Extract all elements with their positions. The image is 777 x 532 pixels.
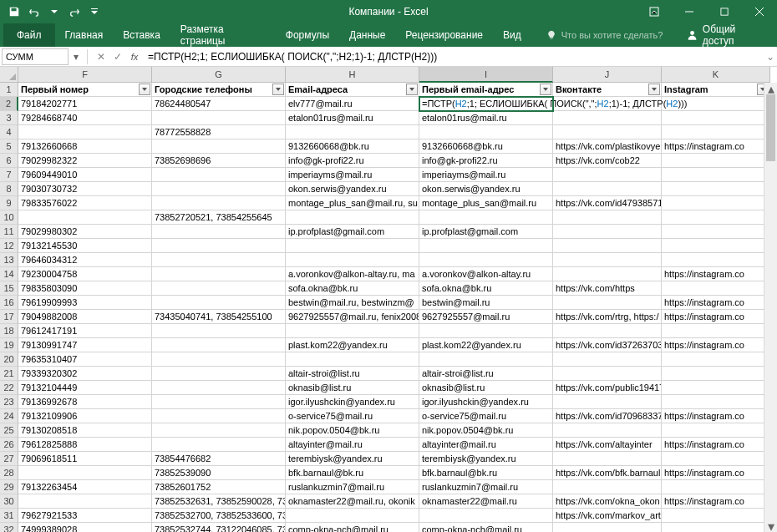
cell[interactable]	[152, 324, 286, 338]
column-header-I[interactable]: I	[419, 67, 553, 83]
cell[interactable]: comp-okna-nch@mail.ru	[419, 523, 553, 532]
cell[interactable]	[553, 210, 662, 225]
tab-view[interactable]: Вид	[493, 23, 531, 47]
cell[interactable]	[662, 395, 770, 409]
cell[interactable]: okon.serwis@yandex.ru	[419, 182, 553, 196]
cell[interactable]	[152, 239, 286, 253]
filter-dropdown-button[interactable]	[540, 84, 551, 95]
cell[interactable]: https://instagram.co	[662, 139, 770, 154]
cell[interactable]	[152, 253, 286, 267]
cell[interactable]: sofa.okna@bk.ru	[419, 281, 553, 296]
filter-dropdown-button[interactable]	[648, 84, 660, 95]
cell[interactable]	[553, 253, 662, 267]
cell[interactable]	[662, 125, 770, 139]
cell[interactable]	[152, 296, 286, 310]
cell[interactable]: 79184202771	[18, 97, 152, 111]
cell[interactable]: https://vk.com/https	[553, 281, 662, 296]
cell[interactable]: nik.popov.0504@bk.ru	[419, 423, 553, 438]
cell[interactable]: a.voronkov@alkon-altay.ru, ma	[286, 267, 419, 281]
tell-me-box[interactable]	[546, 30, 678, 40]
row-header[interactable]: 12	[0, 239, 18, 253]
confirm-formula-button[interactable]: ✓	[109, 51, 126, 63]
cell[interactable]	[553, 225, 662, 239]
cell[interactable]: 73852720521, 73854255645	[152, 210, 286, 225]
cancel-formula-button[interactable]: ✕	[93, 51, 109, 63]
cell[interactable]: okon.serwis@yandex.ru	[286, 182, 419, 196]
cell[interactable]: montage_plus_san@mail.ru, su	[286, 196, 419, 210]
cell[interactable]	[152, 267, 286, 281]
cell[interactable]: 79635310407	[18, 352, 152, 367]
row-header[interactable]: 1	[0, 83, 18, 97]
table-header-cell[interactable]: Первый email-адрес	[419, 83, 553, 97]
cell[interactable]: 79049882008	[18, 310, 152, 324]
cell[interactable]: 79132660668	[18, 139, 152, 154]
formula-input[interactable]: =ПСТР(H2;1; ЕСЛИОШИБКА( ПОИСК(",";H2;1)-…	[143, 48, 764, 65]
cell[interactable]	[419, 509, 553, 523]
cell[interactable]	[662, 154, 770, 168]
table-header-cell[interactable]: Instagram	[662, 83, 770, 97]
cell[interactable]	[553, 423, 662, 438]
share-button[interactable]: Общий доступ	[678, 23, 774, 47]
cell[interactable]	[662, 225, 770, 239]
cell[interactable]: igor.ilyushckin@yandex.ru	[419, 395, 553, 409]
cell[interactable]	[152, 281, 286, 296]
cell[interactable]: 73854476682	[152, 452, 286, 466]
cell[interactable]: bfk.barnaul@bk.ru	[286, 466, 419, 480]
cell[interactable]	[152, 352, 286, 367]
cell[interactable]: 73852539090	[152, 466, 286, 480]
cell[interactable]: ruslankuzmin7@mail.ru	[419, 480, 553, 494]
cell[interactable]	[553, 395, 662, 409]
row-header[interactable]: 14	[0, 267, 18, 281]
undo-dropdown[interactable]	[45, 3, 63, 21]
customize-qat-button[interactable]	[85, 3, 104, 21]
cell[interactable]	[286, 253, 419, 267]
cell[interactable]: 79136992678	[18, 395, 152, 409]
cell[interactable]	[662, 523, 770, 532]
maximize-button[interactable]	[707, 0, 742, 23]
cell[interactable]: 79029982322	[18, 154, 152, 168]
cell[interactable]	[662, 324, 770, 338]
cell[interactable]	[152, 395, 286, 409]
row-header[interactable]: 24	[0, 409, 18, 423]
row-header[interactable]: 18	[0, 324, 18, 338]
cell[interactable]: altayinter@mail.ru	[286, 438, 419, 452]
cell[interactable]	[152, 111, 286, 125]
cell[interactable]	[419, 210, 553, 225]
cell[interactable]	[152, 367, 286, 381]
cell[interactable]: 9132660668@bk.ru	[286, 139, 419, 154]
scroll-up-button[interactable]: ▴	[764, 83, 777, 94]
row-header[interactable]: 27	[0, 452, 18, 466]
cell[interactable]	[152, 338, 286, 352]
tab-formulas[interactable]: Формулы	[276, 23, 339, 47]
cell[interactable]: 79612825888	[18, 438, 152, 452]
cell[interactable]: 79619909993	[18, 296, 152, 310]
cell[interactable]	[662, 509, 770, 523]
cell[interactable]	[419, 125, 553, 139]
cell[interactable]: altair-stroi@list.ru	[286, 367, 419, 381]
cell[interactable]: 79230004758	[18, 267, 152, 281]
cell[interactable]: bestwin@mail.ru, bestwinzm@	[286, 296, 419, 310]
row-header[interactable]: 31	[0, 509, 18, 523]
cell[interactable]	[662, 239, 770, 253]
cell[interactable]: 73852698696	[152, 154, 286, 168]
filter-dropdown-button[interactable]	[139, 84, 150, 95]
row-header[interactable]: 10	[0, 210, 18, 225]
close-button[interactable]	[742, 0, 777, 23]
cell[interactable]	[419, 324, 553, 338]
redo-button[interactable]	[65, 3, 84, 21]
row-header[interactable]: 22	[0, 381, 18, 395]
cell[interactable]: 79609449010	[18, 168, 152, 182]
cell[interactable]: 79130991747	[18, 338, 152, 352]
cell[interactable]: 79833576022	[18, 196, 152, 210]
cell[interactable]: altayinter@mail.ru	[419, 438, 553, 452]
row-header[interactable]: 19	[0, 338, 18, 352]
cell[interactable]: etalon01rus@mail.ru	[286, 111, 419, 125]
cell[interactable]	[662, 253, 770, 267]
row-header[interactable]: 5	[0, 139, 18, 154]
cell[interactable]	[152, 438, 286, 452]
cell[interactable]	[286, 210, 419, 225]
cell[interactable]	[286, 239, 419, 253]
cell[interactable]: 73852532700, 73852533600, 73852533700	[152, 509, 286, 523]
row-header[interactable]: 9	[0, 196, 18, 210]
row-header[interactable]: 8	[0, 182, 18, 196]
